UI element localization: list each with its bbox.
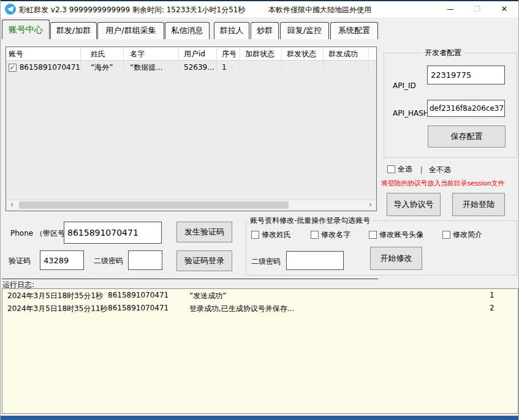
col-filler (369, 47, 376, 61)
maximize-icon: ❐ (464, 1, 491, 17)
scroll-right-icon[interactable]: › (365, 200, 376, 210)
cell-send-status (282, 61, 324, 74)
account-table: 账号 姓氏 名字 用户id 序号 加群状态 群发状态 群发成功 ✓ 861589… (6, 47, 377, 211)
scrollbar-thumb[interactable] (19, 201, 289, 209)
cell-join-status (240, 61, 282, 74)
edit-surname-label: 修改姓氏 (262, 230, 291, 240)
tab-mass-send-join[interactable]: 群发/加群 (50, 22, 97, 39)
select-all-box[interactable] (387, 165, 395, 173)
row-checkbox-checked[interactable]: ✓ (9, 64, 17, 72)
profile-edit-title: 账号资料修改-批量操作登录勾选账号 (248, 216, 373, 226)
edit-name-label: 修改名字 (321, 230, 350, 240)
code-login-button[interactable]: 验证码登录 (176, 250, 232, 271)
tab-group-invite[interactable]: 群拉人 (214, 22, 249, 39)
secondary-password-label: 二级密码 (94, 256, 123, 266)
api-id-input[interactable] (427, 66, 505, 84)
log-message: 登录成功,已生成协议号并保存... (189, 304, 294, 314)
edit-bio-label: 修改简介 (453, 230, 482, 240)
developer-config-group: 开发者配置 API_ID API_HASH 保存配置 (384, 53, 517, 158)
edit-avatar-label: 修改账号头像 (379, 230, 423, 240)
log-time: 2024年3月5日18时35分1秒 (7, 291, 103, 301)
account-table-header: 账号 姓氏 名字 用户id 序号 加群状态 群发状态 群发成功 (6, 47, 376, 61)
telegram-icon (5, 4, 16, 15)
secondary-password-input[interactable] (128, 250, 162, 270)
col-send-success[interactable]: 群发成功 (324, 47, 369, 61)
license-notice: 本軟件僅限中國大陸地區外使用 (268, 5, 371, 15)
edit-name-checkbox[interactable]: 修改名字 (311, 230, 350, 240)
select-none-label[interactable]: 全不选 (429, 165, 451, 175)
tab-account-center[interactable]: 账号中心 (2, 20, 50, 39)
col-user-id[interactable]: 用户id (179, 47, 217, 61)
save-config-button[interactable]: 保存配置 (428, 126, 506, 148)
tab-group-hype[interactable]: 炒群 (251, 22, 279, 39)
cell-user-id: 52639... (179, 61, 217, 74)
col-name[interactable]: 名字 (124, 47, 179, 61)
api-hash-input[interactable] (427, 100, 505, 117)
scroll-left-icon[interactable]: ‹ (7, 200, 17, 210)
log-time: 2024年3月5日18时35分11秒 (7, 304, 108, 314)
api-hash-label: API_HASH (393, 109, 429, 118)
log-index: 2 (490, 304, 494, 312)
selection-separator: ｜ (418, 165, 425, 175)
profile-password-label: 二级密码 (251, 257, 281, 267)
phone-input[interactable] (64, 222, 162, 244)
cell-name: “数据提... (124, 61, 179, 74)
app-window: 彩虹群发 v2.3 9999999999999 剩余时间: 15233天1小时1… (0, 0, 519, 420)
col-seq[interactable]: 序号 (217, 47, 240, 61)
cell-seq: 1 (217, 61, 240, 74)
tab-reply-monitor[interactable]: 回复/监控 (280, 22, 329, 39)
close-icon[interactable]: ✕ (491, 1, 518, 17)
code-input[interactable] (40, 250, 84, 270)
log-message: “发送成功” (189, 291, 226, 301)
tab-user-group-scrape[interactable]: 用户/群组采集 (97, 22, 164, 39)
cell-send-success (324, 61, 369, 74)
log-account: 8615891070471 (108, 304, 169, 312)
horizontal-scrollbar[interactable]: ‹ › (7, 200, 376, 210)
col-join-status[interactable]: 加群状态 (240, 47, 282, 61)
cell-account: 8615891070471 (20, 61, 80, 74)
log-entry: 2024年3月5日18时35分11秒 8615891070471 登录成功,已生… (2, 304, 518, 315)
edit-bio-checkbox[interactable]: 修改简介 (442, 230, 482, 240)
title-bar: 彩虹群发 v2.3 9999999999999 剩余时间: 15233天1小时1… (1, 1, 518, 17)
window-bottom-border (1, 416, 518, 420)
edit-avatar-checkbox[interactable]: 修改账号头像 (369, 230, 423, 240)
log-index: 1 (490, 291, 494, 299)
minimize-icon[interactable]: — (437, 1, 464, 17)
window-title: 彩虹群发 v2.3 9999999999999 剩余时间: 15233天1小时1… (19, 5, 245, 15)
session-hint-text: 将登陆的协议号放入当前目录session文件 (381, 179, 519, 188)
select-all-label: 全选 (398, 164, 412, 174)
cell-surname: “海外” (81, 61, 124, 74)
tab-private-message[interactable]: 私信消息 (165, 22, 210, 39)
start-login-button[interactable]: 开始登陆 (452, 193, 505, 216)
log-account: 8615891070471 (108, 291, 169, 299)
start-edit-button[interactable]: 开始修改 (370, 247, 422, 270)
table-row[interactable]: ✓ 8615891070471 “海外” “数据提... 52639... 1 (6, 61, 376, 74)
import-protocol-button[interactable]: 导入协议号 (387, 193, 441, 216)
send-code-button[interactable]: 发生验证码 (176, 222, 232, 242)
edit-surname-checkbox[interactable]: 修改姓氏 (251, 230, 291, 240)
developer-config-title: 开发者配置 (422, 48, 464, 58)
profile-password-input[interactable] (286, 251, 344, 270)
col-account[interactable]: 账号 (6, 47, 81, 61)
tab-system-config[interactable]: 系统配置 (330, 22, 378, 39)
col-surname[interactable]: 姓氏 (81, 47, 124, 61)
code-label: 验证码 (9, 256, 31, 266)
col-send-status[interactable]: 群发状态 (282, 47, 324, 61)
log-entry: 2024年3月5日18时35分1秒 8615891070471 “发送成功” 1 (2, 291, 518, 302)
select-all-checkbox[interactable]: 全选 (387, 164, 412, 174)
api-id-label: API_ID (393, 81, 416, 90)
phone-label: Phone （带区号） (10, 228, 72, 239)
run-log-box[interactable]: 2024年3月5日18时35分1秒 8615891070471 “发送成功” 1… (2, 288, 518, 414)
section-divider (2, 279, 378, 279)
profile-edit-group: 账号资料修改-批量操作登录勾选账号 修改姓氏 修改名字 修改账号头像 修改简介 … (246, 220, 517, 276)
